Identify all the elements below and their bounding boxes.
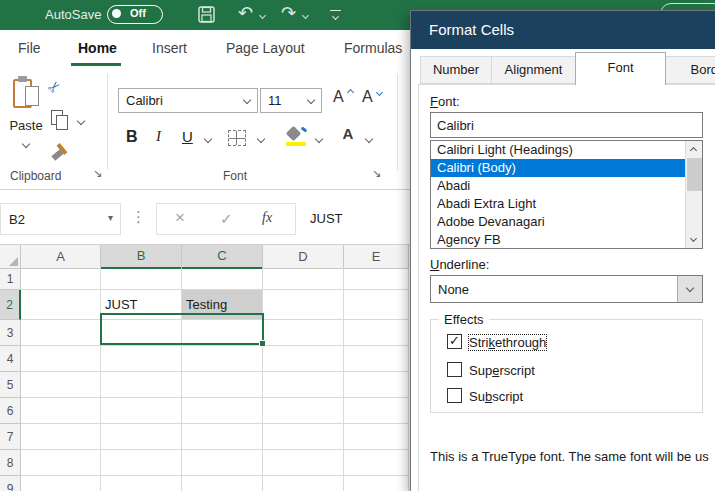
column-header-b[interactable]: B xyxy=(101,245,182,269)
column-header-c[interactable]: C xyxy=(182,245,263,269)
undo-dropdown-icon[interactable] xyxy=(259,12,266,19)
cell-b2[interactable]: JUST xyxy=(101,290,182,320)
row-header-7[interactable]: 7 xyxy=(0,424,21,450)
underline-dropdown-icon[interactable] xyxy=(204,135,212,143)
subscript-checkbox[interactable] xyxy=(447,388,462,403)
row-9: 9 xyxy=(0,476,410,491)
worksheet-grid[interactable]: A B C D E 1 2 JUST Testing 3 4 5 xyxy=(0,244,410,491)
column-header-row: A B C D E xyxy=(0,244,410,268)
row-header-6[interactable]: 6 xyxy=(0,398,21,424)
font-name-dropdown-icon[interactable] xyxy=(243,96,251,104)
cell-c2[interactable]: Testing xyxy=(182,290,263,320)
font-list-item-selected[interactable]: Calibri (Body) xyxy=(431,159,702,177)
insert-function-icon[interactable]: fx xyxy=(262,210,272,226)
formula-buttons: × ✓ fx xyxy=(156,203,296,235)
scrollbar-thumb[interactable] xyxy=(687,158,702,191)
column-header-d[interactable]: D xyxy=(263,245,344,269)
redo-dropdown-icon[interactable] xyxy=(302,12,309,19)
fill-color-dropdown-icon[interactable] xyxy=(315,135,323,143)
undo-button[interactable]: ↶ xyxy=(238,2,253,24)
cut-button[interactable]: ✂ xyxy=(43,76,65,98)
row-header-2[interactable]: 2 xyxy=(0,290,21,320)
tab-file[interactable]: File xyxy=(18,40,41,56)
superscript-checkbox[interactable] xyxy=(447,362,462,377)
font-list-scrollbar[interactable] xyxy=(685,141,702,248)
underline-dropdown-button[interactable] xyxy=(677,276,702,302)
row-3: 3 xyxy=(0,320,410,346)
paste-button[interactable]: Paste xyxy=(6,74,46,170)
font-color-dropdown-icon[interactable] xyxy=(365,135,373,143)
font-list[interactable]: Calibri Light (Headings) Calibri (Body) … xyxy=(430,140,703,249)
italic-button[interactable]: I xyxy=(156,128,161,145)
copy-button[interactable] xyxy=(51,110,70,131)
dialog-tab-alignment[interactable]: Alignment xyxy=(491,56,576,84)
column-header-a[interactable]: A xyxy=(21,245,101,269)
row-header-5[interactable]: 5 xyxy=(0,372,21,398)
row-header-3[interactable]: 3 xyxy=(0,320,21,346)
font-list-item[interactable]: Abadi xyxy=(431,177,702,195)
dialog-tab-number[interactable]: Number xyxy=(420,56,492,84)
font-size-dropdown-icon[interactable] xyxy=(307,96,315,104)
row-header-8[interactable]: 8 xyxy=(0,450,21,476)
decrease-font-size-button[interactable]: A xyxy=(362,88,373,106)
redo-button[interactable]: ↷ xyxy=(281,2,296,24)
row-8: 8 xyxy=(0,450,410,476)
tab-home[interactable]: Home xyxy=(78,40,117,56)
font-color-button[interactable]: A xyxy=(338,125,358,143)
formula-bar-grip-icon[interactable]: ⋮ xyxy=(131,208,146,226)
autosave-toggle[interactable]: Off xyxy=(107,5,163,24)
tab-insert[interactable]: Insert xyxy=(152,40,187,56)
font-size-combo[interactable]: 11 xyxy=(260,88,322,113)
underline-field-label: Underline: xyxy=(430,257,489,272)
font-list-item[interactable]: Abadi Extra Light xyxy=(431,195,702,213)
bold-button[interactable]: B xyxy=(126,128,138,146)
excel-app-window: AutoSave Off ↶ ↷ File Home Insert Page L… xyxy=(0,0,715,491)
font-tab-page: Font: Calibri Calibri Light (Headings) C… xyxy=(418,84,715,491)
dialog-titlebar[interactable]: Format Cells xyxy=(411,11,715,49)
row-2: 2 JUST Testing xyxy=(0,290,410,320)
dialog-tab-border[interactable]: Border xyxy=(665,56,715,84)
font-input[interactable]: Calibri xyxy=(430,112,703,138)
formula-content[interactable]: JUST xyxy=(310,211,343,226)
name-box[interactable]: B2 ▾ xyxy=(0,203,121,235)
font-name-combo[interactable]: Calibri xyxy=(118,88,258,113)
chevron-down-icon xyxy=(686,284,694,292)
scroll-down-icon[interactable] xyxy=(686,232,703,248)
name-box-dropdown-icon[interactable]: ▾ xyxy=(108,212,113,223)
toggle-knob-icon xyxy=(112,9,121,18)
borders-dropdown-icon[interactable] xyxy=(257,135,265,143)
font-list-item[interactable]: Agency FB xyxy=(431,231,702,249)
copy-dropdown-icon[interactable] xyxy=(77,117,85,125)
cancel-entry-icon[interactable]: × xyxy=(175,208,185,228)
fill-bucket-icon xyxy=(286,126,302,142)
font-list-item[interactable]: Calibri Light (Headings) xyxy=(431,141,702,159)
dialog-tab-font[interactable]: Font xyxy=(575,52,666,85)
confirm-entry-icon[interactable]: ✓ xyxy=(220,210,233,228)
superscript-label: Superscript xyxy=(469,363,535,378)
font-list-item[interactable]: Adobe Devanagari xyxy=(431,213,702,231)
tab-formulas[interactable]: Formulas xyxy=(344,40,402,56)
save-icon[interactable] xyxy=(198,6,215,23)
strikethrough-checkbox[interactable]: ✓ xyxy=(447,334,462,349)
strikethrough-label: Strikethrough xyxy=(469,335,546,350)
increase-font-size-button[interactable]: A xyxy=(333,88,344,106)
row-header-9[interactable]: 9 xyxy=(0,476,21,491)
fill-color-button[interactable] xyxy=(286,126,308,146)
clipboard-dialog-launcher-icon[interactable]: ↘ xyxy=(93,167,102,180)
customize-toolbar-icon[interactable] xyxy=(330,10,341,19)
tab-page-layout[interactable]: Page Layout xyxy=(226,40,305,56)
row-6: 6 xyxy=(0,398,410,424)
select-all-corner[interactable] xyxy=(0,245,21,269)
redo-icon: ↷ xyxy=(281,3,296,23)
row-header-1[interactable]: 1 xyxy=(0,268,21,290)
scroll-up-icon[interactable] xyxy=(686,141,703,157)
column-header-e[interactable]: E xyxy=(344,245,409,269)
row-header-4[interactable]: 4 xyxy=(0,346,21,372)
underline-button[interactable]: U xyxy=(182,128,193,145)
font-dialog-launcher-icon[interactable]: ↘ xyxy=(372,167,381,180)
paste-dropdown-icon[interactable] xyxy=(22,140,30,148)
underline-combo[interactable]: None xyxy=(430,275,703,303)
borders-button[interactable] xyxy=(228,130,246,146)
paste-label: Paste xyxy=(6,118,46,133)
format-painter-button[interactable] xyxy=(50,142,70,162)
